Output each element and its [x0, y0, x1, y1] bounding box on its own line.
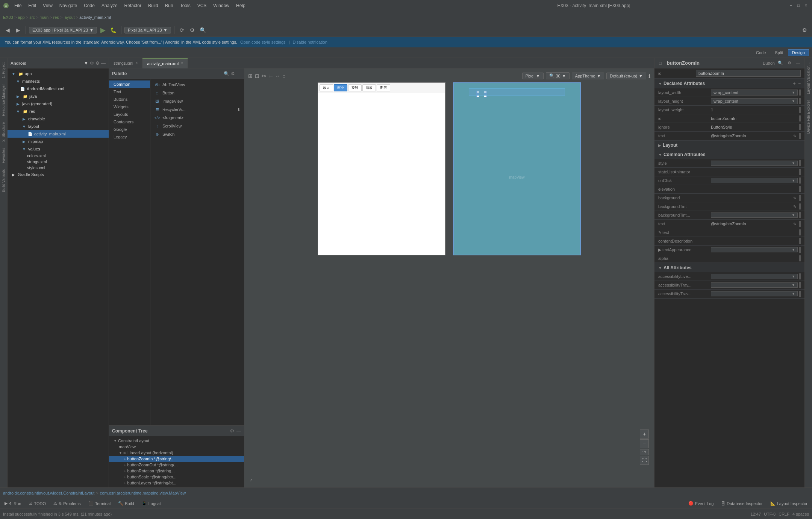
palette-minimize-icon[interactable]: —: [236, 71, 241, 76]
declared-attributes-header[interactable]: ▼ Declared Attributes + −: [654, 79, 804, 88]
ct-settings-icon[interactable]: ⚙: [230, 428, 234, 434]
tree-mipmap[interactable]: ▶ mipmap: [8, 138, 109, 145]
event-log-tab[interactable]: 🔴 Event Log: [687, 501, 715, 506]
project-dropdown-icon[interactable]: ▼: [84, 61, 88, 66]
btn-scale[interactable]: 缩放: [362, 84, 376, 91]
cd-divider[interactable]: [799, 238, 801, 244]
style-divider[interactable]: [799, 160, 801, 166]
text-divider[interactable]: [799, 133, 801, 139]
open-code-style-link[interactable]: Open code style settings: [240, 40, 285, 44]
tree-res[interactable]: ▼ 📁 res: [8, 108, 109, 115]
declared-minus-btn[interactable]: −: [798, 81, 801, 86]
activity-tab-close[interactable]: ×: [181, 61, 183, 65]
text-common-edit-icon[interactable]: ✎: [792, 221, 798, 227]
second-device-selector[interactable]: Pixel 3a XL API 23 ▼: [124, 27, 171, 33]
tree-drawable[interactable]: ▶ drawable: [8, 115, 109, 123]
menu-window[interactable]: Window: [210, 2, 232, 9]
acc3-dropdown[interactable]: ▼: [711, 291, 798, 296]
bc-layout[interactable]: layout: [64, 15, 74, 20]
bgt-edit-icon[interactable]: ✎: [792, 203, 798, 209]
menu-run[interactable]: Run: [162, 2, 176, 9]
all-attributes-header[interactable]: ▼ All Attributes: [654, 263, 804, 272]
project-close-icon[interactable]: —: [101, 61, 106, 66]
menu-file[interactable]: File: [11, 2, 24, 9]
minimize-button[interactable]: −: [788, 3, 794, 9]
activity-main-tab[interactable]: activity_main.xml ×: [142, 58, 188, 68]
back-nav-button[interactable]: ◀: [3, 26, 12, 35]
ignore-divider[interactable]: [799, 124, 801, 130]
text-edit-icon[interactable]: ✎: [792, 133, 798, 139]
search-button[interactable]: 🔍: [198, 26, 208, 35]
project-gear-icon[interactable]: ⚙: [95, 61, 100, 66]
maximize-button[interactable]: □: [795, 3, 801, 9]
tree-layout[interactable]: ▼ layout: [8, 123, 109, 130]
debug-button[interactable]: 🐛: [109, 26, 118, 35]
canvas-mode-icon[interactable]: ✂: [262, 73, 266, 79]
palette-cat-common[interactable]: Common: [109, 80, 150, 88]
tree-styles[interactable]: styles.xml: [8, 165, 109, 171]
code-tab[interactable]: Code: [752, 49, 770, 56]
structure-tab[interactable]: 2: Structure: [1, 119, 6, 145]
sla-divider[interactable]: [799, 169, 801, 175]
text-common-divider[interactable]: [799, 221, 801, 227]
elev-divider[interactable]: [799, 186, 801, 192]
design-tab[interactable]: Design: [788, 49, 809, 56]
palette-cat-layouts[interactable]: Layouts: [109, 111, 150, 118]
bgtm-divider[interactable]: [799, 212, 801, 218]
btn-zoom-in[interactable]: 放大: [320, 84, 333, 91]
layout-section-header[interactable]: ▶ Layout: [654, 141, 804, 150]
zoom-selector[interactable]: 🔍 30 ▼: [546, 72, 570, 79]
ct-buttonzoomin[interactable]: □ buttonZoomIn *@string/...: [109, 456, 244, 462]
ct-buttonrotation[interactable]: □ buttonRotation *@string...: [109, 468, 244, 474]
lh-dropdown[interactable]: wrap_content ▼: [711, 98, 798, 104]
menu-view[interactable]: View: [40, 2, 56, 9]
ct-constraintlayout[interactable]: ▼ ConstraintLayout: [109, 438, 244, 444]
id-divider[interactable]: [799, 115, 801, 121]
status-indent[interactable]: 4 spaces: [792, 512, 809, 516]
lwt-divider[interactable]: [799, 107, 801, 113]
close-button[interactable]: ×: [803, 3, 809, 9]
bg-edit-icon[interactable]: ✎: [792, 195, 798, 201]
menu-refactor[interactable]: Refactor: [121, 2, 144, 9]
acc2-divider[interactable]: [799, 282, 801, 288]
bc-app[interactable]: app: [18, 15, 24, 20]
palette-item-switch[interactable]: ⚙ Switch: [152, 130, 242, 138]
bc-ex03[interactable]: EX03: [3, 15, 13, 20]
lh-divider[interactable]: [799, 98, 801, 104]
tree-colors[interactable]: colors.xml: [8, 153, 109, 159]
palette-item-button[interactable]: □ Button: [152, 89, 242, 97]
palette-gear-icon[interactable]: ⚙: [231, 71, 235, 76]
build-variants-tab[interactable]: Build Variants: [1, 166, 6, 195]
favorites-tab[interactable]: Favorites: [1, 145, 6, 166]
palette-cat-widgets[interactable]: Widgets: [109, 103, 150, 111]
ct-buttonzoomout[interactable]: □ buttonZoomOut *@string/...: [109, 462, 244, 468]
ta-dropdown[interactable]: ▼: [711, 247, 798, 252]
bc-mapview[interactable]: com.esri.arcgisruntime.mapping.view.MapV…: [100, 491, 186, 495]
problems-tab[interactable]: ⚠ 6: Problems: [52, 501, 82, 506]
palette-item-scrollview[interactable]: ↕ ScrollView: [152, 122, 242, 130]
sync-button[interactable]: ⟳: [177, 26, 186, 35]
style-dropdown[interactable]: ▼: [711, 161, 798, 166]
canvas-align-icon[interactable]: ⊢: [268, 73, 273, 79]
app-device-selector[interactable]: EX03.app | Pixel 3a XL API 23 ▼: [29, 27, 97, 33]
device-file-explorer-tab[interactable]: Device File Explorer: [806, 97, 811, 137]
run-tab[interactable]: ▶ 4: Run: [3, 501, 23, 506]
common-attributes-header[interactable]: ▼ Common Attributes: [654, 150, 804, 159]
prop-close-icon[interactable]: —: [796, 61, 800, 65]
ct-buttonlayers[interactable]: □ buttonLayers *@string/bt...: [109, 480, 244, 486]
lw-divider[interactable]: [799, 90, 801, 96]
menu-build[interactable]: Build: [145, 2, 161, 9]
btn-zoom-out[interactable]: 缩小: [334, 84, 347, 91]
palette-cat-containers[interactable]: Containers: [109, 118, 150, 126]
bgt-divider[interactable]: [799, 203, 801, 209]
menu-edit[interactable]: Edit: [25, 2, 39, 9]
ta-divider[interactable]: [799, 247, 801, 253]
info-icon[interactable]: ℹ: [648, 73, 650, 79]
palette-item-textview[interactable]: Ab Ab TextView: [152, 80, 242, 89]
tree-strings[interactable]: strings.xml: [8, 159, 109, 165]
project-panel-tab[interactable]: 1: Project: [1, 59, 6, 81]
palette-search-icon[interactable]: 🔍: [224, 71, 229, 76]
palette-cat-text[interactable]: Text: [109, 88, 150, 96]
declared-add-btn[interactable]: +: [793, 80, 796, 86]
text-edit-divider[interactable]: [799, 229, 801, 235]
